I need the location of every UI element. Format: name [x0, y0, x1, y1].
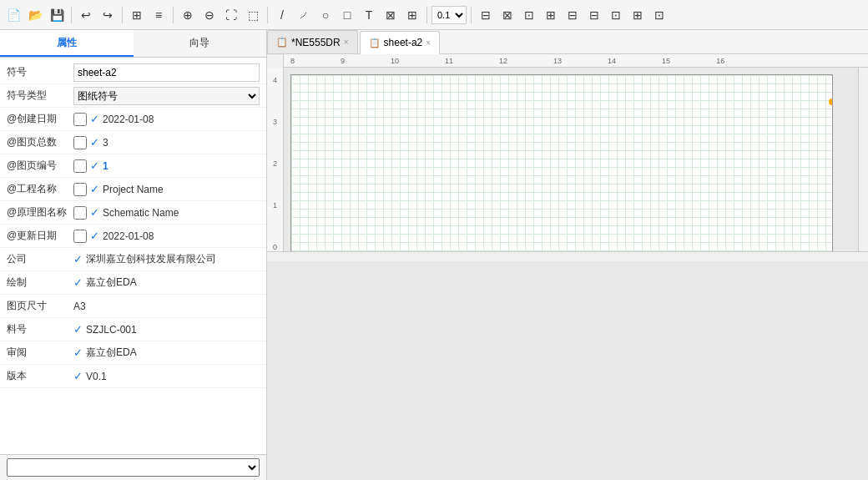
align-center-button[interactable]: ⊠ [497, 5, 517, 25]
scrollbar-vertical[interactable] [858, 68, 868, 251]
prop-row-create-date: @创建日期 ✓ 2022-01-08 [0, 108, 266, 131]
review-check-icon: ✓ [73, 346, 83, 359]
prop-row-symbol: 符号 [0, 61, 266, 84]
ruler-v-4: 4 [273, 76, 277, 84]
prop-value-update-date: 2022-01-08 [103, 230, 260, 242]
draw-line-button[interactable]: / [272, 5, 292, 25]
fit-button[interactable]: ⛶ [221, 5, 241, 25]
prop-value-total-pages: 3 [103, 137, 260, 149]
draw-table-button[interactable]: ⊞ [402, 5, 422, 25]
grid-button[interactable]: ⊞ [127, 5, 147, 25]
schematic-name-check-icon: ✓ [90, 206, 99, 219]
prop-label-page-number: @图页编号 [7, 159, 73, 173]
open-button[interactable]: 📂 [25, 5, 45, 25]
ruler-mark-11: 11 [445, 57, 453, 65]
ruler-mark-13: 13 [553, 57, 562, 65]
prop-row-symbol-type: 符号类型 图纸符号 [0, 84, 266, 108]
select-button[interactable]: ⬚ [243, 5, 263, 25]
prop-label-update-date: @更新日期 [7, 229, 73, 243]
prop-row-update-date: @更新日期 ✓ 2022-01-08 [0, 225, 266, 248]
prop-label-version: 版本 [7, 369, 73, 383]
distribute-h-button[interactable]: ⊞ [541, 5, 561, 25]
sep6 [471, 7, 472, 23]
zoom-out-button[interactable]: ⊖ [199, 5, 220, 25]
sheet-a2-tab-icon: 📋 [369, 38, 381, 48]
schematic-name-checkbox[interactable] [73, 206, 87, 220]
menu-button[interactable]: ≡ [149, 5, 169, 25]
prop-value-symbol-type[interactable]: 图纸符号 [73, 87, 260, 105]
zoom-in-button[interactable]: ⊕ [178, 5, 198, 25]
part-number-check-icon: ✓ [73, 323, 83, 336]
symbol-type-select[interactable]: 图纸符号 [73, 87, 260, 105]
undo-button[interactable]: ↩ [76, 5, 96, 25]
version-check-icon: ✓ [73, 370, 83, 382]
prop-label-symbol-type: 符号类型 [7, 88, 73, 103]
prop-row-part-number: 料号 ✓ SZJLC-001 [0, 318, 266, 341]
total-pages-checkbox[interactable] [73, 136, 87, 149]
symbol-input[interactable] [73, 63, 260, 82]
page-number-checkbox[interactable] [73, 159, 87, 173]
more-button[interactable]: ⊞ [628, 5, 648, 25]
tab-sheet-a2[interactable]: 📋 sheet-a2 × [360, 31, 441, 54]
sheet-a2-tab-close[interactable]: × [426, 38, 431, 48]
prop-row-draw: 绘制 ✓ 嘉立创EDA [0, 271, 266, 295]
distribute-v-button[interactable]: ⊟ [563, 5, 583, 25]
align-left-button[interactable]: ⊟ [476, 5, 496, 25]
prop-row-page-number: @图页编号 ✓ 1 [0, 154, 266, 178]
grid-overlay [291, 75, 832, 251]
sheet-a2-tab-label: sheet-a2 [384, 37, 423, 48]
canvas-area[interactable]: 8 9 10 11 12 13 14 15 16 4 3 2 [267, 54, 868, 480]
draw-rect-button[interactable]: □ [337, 5, 357, 25]
prop-label-company: 公司 [7, 252, 73, 266]
tab-ne555dr[interactable]: 📋 *NE555DR × [267, 30, 358, 53]
prop-row-company: 公司 ✓ 深圳嘉立创科技发展有限公司 [0, 248, 266, 271]
tab-guide[interactable]: 向导 [134, 30, 267, 57]
draw-wire-button[interactable]: ⟋ [294, 5, 314, 25]
right-panel: 📋 *NE555DR × 📋 sheet-a2 × 8 9 10 11 12 [267, 30, 868, 480]
prop-value-draw: 嘉立创EDA [86, 275, 260, 290]
ruler-horizontal: 8 9 10 11 12 13 14 15 16 [267, 54, 868, 68]
scrollbar-horizontal[interactable] [267, 251, 868, 261]
tab-properties[interactable]: 属性 [0, 30, 134, 57]
project-name-checkbox[interactable] [73, 183, 87, 196]
bottom-panel-bar [0, 454, 266, 480]
prop-label-symbol: 符号 [7, 65, 73, 79]
prop-value-page-size: A3 [73, 301, 260, 312]
bottom-select[interactable] [7, 458, 260, 477]
ruler-vertical: 4 3 2 1 0 [267, 68, 284, 251]
prop-row-schematic-name: @原理图名称 ✓ Schematic Name [0, 201, 266, 225]
draw-image-button[interactable]: ⊠ [381, 5, 401, 25]
ne555dr-tab-close[interactable]: × [344, 38, 349, 47]
update-date-checkbox[interactable] [73, 230, 87, 243]
draw-circle-button[interactable]: ○ [315, 5, 336, 25]
prop-row-review: 审阅 ✓ 嘉立创EDA [0, 341, 266, 365]
prop-label-create-date: @创建日期 [7, 112, 73, 126]
ruler-mark-12: 12 [499, 57, 507, 65]
align-right-button[interactable]: ⊡ [519, 5, 539, 25]
group-button[interactable]: ⊟ [584, 5, 604, 25]
sep1 [71, 7, 72, 23]
redo-button[interactable]: ↪ [98, 5, 118, 25]
ungroup-button[interactable]: ⊡ [606, 5, 626, 25]
zoom-select[interactable]: 0.1 0.5 1.0 2.0 [431, 6, 467, 24]
canvas-content[interactable]: 创EDA Schematic Schematic Name Update Dat… [284, 68, 858, 251]
create-date-checkbox[interactable] [73, 113, 87, 126]
prop-label-schematic-name: @原理图名称 [7, 205, 73, 220]
prop-value-symbol[interactable] [73, 63, 260, 82]
draw-text-button[interactable]: T [359, 5, 379, 25]
extra-button[interactable]: ⊡ [649, 5, 669, 25]
prop-row-version: 版本 ✓ V0.1 [0, 365, 266, 388]
main-area: 属性 向导 符号 符号类型 图纸符号 @ [0, 30, 868, 480]
main-toolbar: 📄 📂 💾 ↩ ↪ ⊞ ≡ ⊕ ⊖ ⛶ ⬚ / ⟋ ○ □ T ⊠ ⊞ 0.1 … [0, 0, 868, 30]
save-button[interactable]: 💾 [47, 5, 67, 25]
ruler-v-1: 1 [273, 201, 277, 210]
panel-content: 符号 符号类型 图纸符号 @创建日期 ✓ 2022-01-08 [0, 58, 266, 454]
ruler-mark-9: 9 [341, 57, 345, 65]
prop-row-total-pages: @图页总数 ✓ 3 [0, 131, 266, 154]
page-edge-marker [829, 99, 833, 105]
prop-label-project-name: @工程名称 [7, 182, 73, 196]
prop-value-company: 深圳嘉立创科技发展有限公司 [86, 252, 260, 266]
sep5 [426, 7, 427, 23]
new-button[interactable]: 📄 [3, 5, 23, 25]
prop-row-project-name: @工程名称 ✓ Project Name [0, 178, 266, 201]
